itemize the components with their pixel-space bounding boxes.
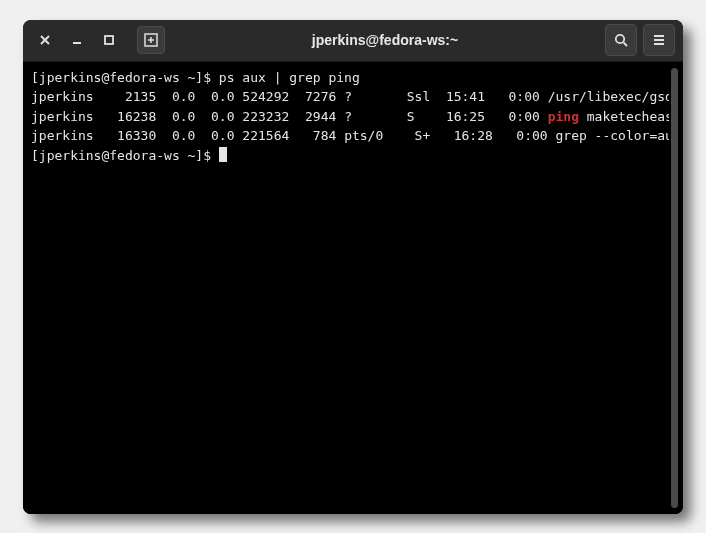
window-title: jperkins@fedora-ws:~ (165, 32, 605, 48)
maximize-icon (103, 34, 115, 46)
minimize-button[interactable] (63, 26, 91, 54)
new-tab-icon (143, 32, 159, 48)
grep-highlight: ping (548, 109, 579, 124)
minimize-icon (71, 34, 83, 46)
titlebar-left-controls (31, 26, 165, 54)
maximize-button[interactable] (95, 26, 123, 54)
terminal-body[interactable]: [jperkins@fedora-ws ~]$ ps aux | grep pi… (23, 62, 683, 514)
close-button[interactable] (31, 26, 59, 54)
menu-button[interactable] (643, 24, 675, 56)
process-row: jperkins 16238 0.0 0.0 223232 2944 ? S 1… (31, 109, 669, 124)
close-icon (39, 34, 51, 46)
search-icon (614, 33, 629, 48)
process-row: jperkins 16330 0.0 0.0 221564 784 pts/0 … (31, 128, 669, 143)
command-text: ps aux | grep ping (219, 70, 360, 85)
hamburger-icon (652, 33, 666, 47)
terminal-output: [jperkins@fedora-ws ~]$ ps aux | grep pi… (31, 68, 669, 508)
scrollbar-thumb[interactable] (671, 68, 678, 508)
new-tab-button[interactable] (137, 26, 165, 54)
prompt: [jperkins@fedora-ws ~]$ (31, 70, 219, 85)
titlebar: jperkins@fedora-ws:~ (23, 20, 683, 62)
process-row: jperkins 2135 0.0 0.0 524292 7276 ? Ssl … (31, 89, 669, 104)
cursor (219, 147, 227, 162)
scrollbar[interactable] (669, 68, 679, 508)
svg-point-2 (615, 34, 623, 42)
prompt: [jperkins@fedora-ws ~]$ (31, 148, 219, 163)
svg-rect-0 (105, 36, 113, 44)
titlebar-right-controls (605, 24, 675, 56)
search-button[interactable] (605, 24, 637, 56)
terminal-window: jperkins@fedora-ws:~ [jperkins@fedora-ws… (23, 20, 683, 514)
